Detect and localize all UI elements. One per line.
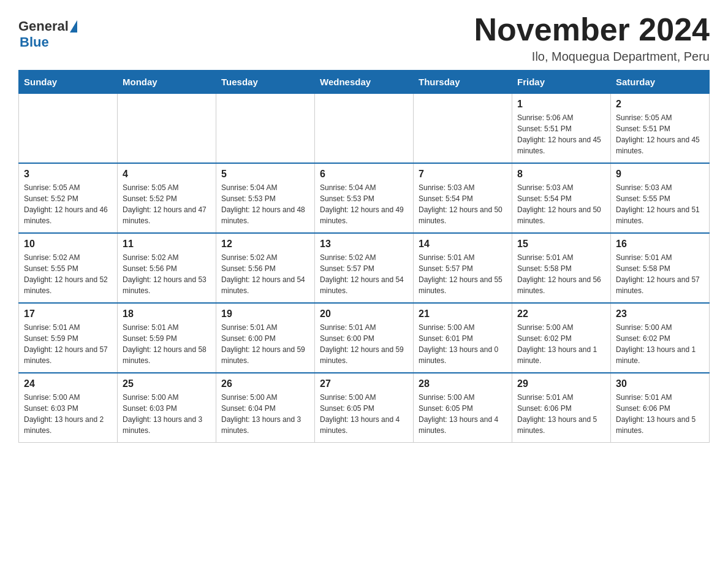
day-info: Sunrise: 5:00 AMSunset: 6:05 PMDaylight:… [320,392,408,436]
day-number: 30 [616,378,704,389]
day-of-week-header: Sunday [19,71,118,94]
day-info: Sunrise: 5:03 AMSunset: 5:54 PMDaylight:… [419,182,507,226]
table-row: 29Sunrise: 5:01 AMSunset: 6:06 PMDayligh… [512,373,611,443]
day-number: 25 [123,378,211,389]
day-info: Sunrise: 5:01 AMSunset: 5:59 PMDaylight:… [24,322,112,366]
table-row: 15Sunrise: 5:01 AMSunset: 5:58 PMDayligh… [512,233,611,303]
day-info: Sunrise: 5:02 AMSunset: 5:57 PMDaylight:… [320,252,408,296]
day-number: 3 [24,169,112,180]
table-row: 30Sunrise: 5:01 AMSunset: 6:06 PMDayligh… [611,373,710,443]
calendar-week-row: 24Sunrise: 5:00 AMSunset: 6:03 PMDayligh… [19,373,710,443]
day-number: 7 [419,169,507,180]
calendar-table: SundayMondayTuesdayWednesdayThursdayFrid… [18,70,710,443]
day-info: Sunrise: 5:02 AMSunset: 5:56 PMDaylight:… [221,252,309,296]
day-info: Sunrise: 5:05 AMSunset: 5:52 PMDaylight:… [24,182,112,226]
day-info: Sunrise: 5:01 AMSunset: 6:00 PMDaylight:… [320,322,408,366]
table-row: 17Sunrise: 5:01 AMSunset: 5:59 PMDayligh… [19,303,118,373]
day-number: 19 [221,308,309,320]
day-info: Sunrise: 5:03 AMSunset: 5:54 PMDaylight:… [517,182,605,226]
table-row: 9Sunrise: 5:03 AMSunset: 5:55 PMDaylight… [611,163,710,233]
day-info: Sunrise: 5:01 AMSunset: 6:06 PMDaylight:… [616,392,704,436]
day-of-week-header: Thursday [414,71,512,94]
day-number: 26 [221,378,309,389]
table-row: 19Sunrise: 5:01 AMSunset: 6:00 PMDayligh… [216,303,315,373]
month-title: November 2024 [474,12,710,47]
day-number: 2 [616,99,704,110]
day-info: Sunrise: 5:06 AMSunset: 5:51 PMDaylight:… [517,112,605,156]
day-number: 22 [517,308,605,320]
day-info: Sunrise: 5:00 AMSunset: 6:03 PMDaylight:… [123,392,211,436]
table-row: 4Sunrise: 5:05 AMSunset: 5:52 PMDaylight… [118,163,216,233]
day-number: 29 [517,378,605,389]
table-row: 26Sunrise: 5:00 AMSunset: 6:04 PMDayligh… [216,373,315,443]
logo-blue-text: Blue [20,34,49,50]
logo-general-text: General [18,18,69,34]
day-number: 16 [616,239,704,250]
day-number: 1 [517,99,605,110]
day-number: 28 [419,378,507,389]
day-info: Sunrise: 5:01 AMSunset: 5:59 PMDaylight:… [123,322,211,366]
day-of-week-header: Wednesday [315,71,414,94]
day-info: Sunrise: 5:00 AMSunset: 6:04 PMDaylight:… [221,392,309,436]
calendar-week-row: 1Sunrise: 5:06 AMSunset: 5:51 PMDaylight… [19,94,710,164]
day-number: 13 [320,239,408,250]
day-info: Sunrise: 5:02 AMSunset: 5:56 PMDaylight:… [123,252,211,296]
table-row: 23Sunrise: 5:00 AMSunset: 6:02 PMDayligh… [611,303,710,373]
day-info: Sunrise: 5:01 AMSunset: 6:00 PMDaylight:… [221,322,309,366]
table-row: 22Sunrise: 5:00 AMSunset: 6:02 PMDayligh… [512,303,611,373]
day-number: 15 [517,239,605,250]
table-row: 28Sunrise: 5:00 AMSunset: 6:05 PMDayligh… [414,373,512,443]
day-of-week-header: Friday [512,71,611,94]
day-info: Sunrise: 5:04 AMSunset: 5:53 PMDaylight:… [320,182,408,226]
table-row [216,94,315,164]
table-row: 5Sunrise: 5:04 AMSunset: 5:53 PMDaylight… [216,163,315,233]
day-of-week-header: Monday [118,71,216,94]
day-number: 23 [616,308,704,320]
day-number: 21 [419,308,507,320]
day-info: Sunrise: 5:00 AMSunset: 6:02 PMDaylight:… [517,322,605,366]
day-of-week-header: Saturday [611,71,710,94]
day-number: 11 [123,239,211,250]
day-number: 24 [24,378,112,389]
day-number: 6 [320,169,408,180]
day-info: Sunrise: 5:00 AMSunset: 6:01 PMDaylight:… [419,322,507,366]
table-row: 27Sunrise: 5:00 AMSunset: 6:05 PMDayligh… [315,373,414,443]
day-info: Sunrise: 5:05 AMSunset: 5:52 PMDaylight:… [123,182,211,226]
day-number: 17 [24,308,112,320]
table-row: 13Sunrise: 5:02 AMSunset: 5:57 PMDayligh… [315,233,414,303]
table-row: 8Sunrise: 5:03 AMSunset: 5:54 PMDaylight… [512,163,611,233]
calendar-week-row: 17Sunrise: 5:01 AMSunset: 5:59 PMDayligh… [19,303,710,373]
day-number: 8 [517,169,605,180]
logo: General Blue [18,18,78,50]
table-row [414,94,512,164]
header: General Blue November 2024 Ilo, Moquegua… [18,12,710,64]
day-info: Sunrise: 5:00 AMSunset: 6:02 PMDaylight:… [616,322,704,366]
table-row: 10Sunrise: 5:02 AMSunset: 5:55 PMDayligh… [19,233,118,303]
table-row: 2Sunrise: 5:05 AMSunset: 5:51 PMDaylight… [611,94,710,164]
day-info: Sunrise: 5:04 AMSunset: 5:53 PMDaylight:… [221,182,309,226]
day-number: 5 [221,169,309,180]
table-row: 21Sunrise: 5:00 AMSunset: 6:01 PMDayligh… [414,303,512,373]
day-number: 20 [320,308,408,320]
day-info: Sunrise: 5:00 AMSunset: 6:03 PMDaylight:… [24,392,112,436]
table-row: 3Sunrise: 5:05 AMSunset: 5:52 PMDaylight… [19,163,118,233]
day-number: 27 [320,378,408,389]
table-row: 25Sunrise: 5:00 AMSunset: 6:03 PMDayligh… [118,373,216,443]
logo-triangle-icon [70,20,77,33]
table-row: 24Sunrise: 5:00 AMSunset: 6:03 PMDayligh… [19,373,118,443]
day-number: 9 [616,169,704,180]
calendar-header-row: SundayMondayTuesdayWednesdayThursdayFrid… [19,71,710,94]
table-row: 14Sunrise: 5:01 AMSunset: 5:57 PMDayligh… [414,233,512,303]
day-info: Sunrise: 5:03 AMSunset: 5:55 PMDaylight:… [616,182,704,226]
calendar-week-row: 3Sunrise: 5:05 AMSunset: 5:52 PMDaylight… [19,163,710,233]
table-row: 7Sunrise: 5:03 AMSunset: 5:54 PMDaylight… [414,163,512,233]
table-row: 18Sunrise: 5:01 AMSunset: 5:59 PMDayligh… [118,303,216,373]
table-row [315,94,414,164]
day-info: Sunrise: 5:01 AMSunset: 5:57 PMDaylight:… [419,252,507,296]
day-number: 10 [24,239,112,250]
table-row: 12Sunrise: 5:02 AMSunset: 5:56 PMDayligh… [216,233,315,303]
day-info: Sunrise: 5:02 AMSunset: 5:55 PMDaylight:… [24,252,112,296]
day-of-week-header: Tuesday [216,71,315,94]
day-info: Sunrise: 5:01 AMSunset: 5:58 PMDaylight:… [517,252,605,296]
day-number: 12 [221,239,309,250]
